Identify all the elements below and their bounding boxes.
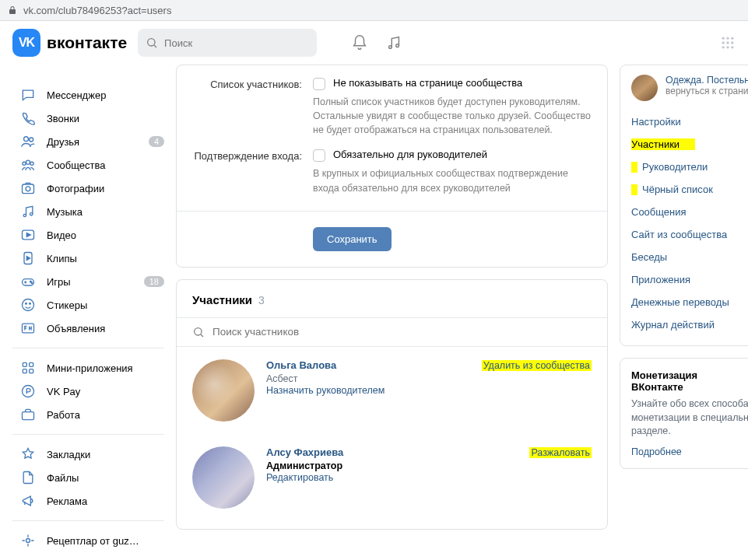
svg-rect-34 (30, 369, 33, 373)
right-menu-item[interactable]: Настройки (620, 110, 748, 133)
sidebar-item[interactable]: Друзья4 (12, 130, 164, 153)
avatar[interactable] (192, 359, 255, 422)
search-input[interactable] (164, 37, 309, 49)
sidebar-item[interactable]: Мессенджер (12, 83, 164, 107)
member-sub: Асбест (266, 373, 470, 384)
sidebar-item-label: Реклама (47, 495, 164, 507)
svg-point-4 (722, 37, 725, 40)
sidebar-item-label: Клипы (47, 253, 164, 264)
sidebar-item-label: Друзья (47, 136, 138, 148)
svg-point-20 (23, 214, 26, 216)
member-row: Ольга ВаловаАсбестНазначить руководителе… (177, 347, 607, 434)
video-icon (20, 227, 36, 243)
sidebar-item[interactable]: Объявления (12, 317, 164, 340)
svg-point-12 (731, 46, 733, 48)
header: VK вконтакте (0, 21, 748, 65)
divider (177, 211, 607, 212)
right-menu-item[interactable]: Сообщения (620, 201, 748, 223)
member-link[interactable]: Назначить руководителем (266, 385, 470, 396)
community-subtitle: вернуться к страни (665, 86, 748, 96)
setting-hint: Полный список участников будет доступен … (313, 95, 592, 137)
ads-icon (20, 320, 36, 336)
sidebar-item-label: Объявления (47, 323, 164, 334)
right-menu-item[interactable]: Приложения (620, 268, 748, 291)
communities-icon (20, 157, 36, 173)
save-button[interactable]: Сохранить (313, 227, 392, 251)
svg-point-35 (23, 386, 34, 397)
sidebar-item[interactable]: Стикеры (12, 293, 164, 317)
community-header[interactable]: Одежда. Постельно вернуться к страни (620, 75, 748, 110)
svg-point-3 (396, 44, 399, 47)
setting-label: Список участников: (192, 77, 313, 137)
search-icon (192, 326, 205, 338)
address-url[interactable]: vk.com/club78496253?act=users (23, 5, 171, 16)
logo-link[interactable]: VK вконтакте (12, 29, 127, 57)
right-menu-item[interactable]: Сайт из сообщества (620, 223, 748, 246)
sidebar-item-label: Фотографии (47, 183, 164, 194)
members-search[interactable] (177, 317, 607, 347)
svg-point-11 (726, 46, 729, 48)
svg-point-10 (722, 46, 725, 48)
checkbox-label[interactable]: Не показывать на странице сообщества (333, 77, 522, 89)
right-menu-item[interactable]: Чёрный список (620, 178, 748, 201)
svg-rect-31 (23, 362, 26, 366)
sidebar-item[interactable]: Закладки (12, 443, 164, 466)
right-menu-item[interactable]: Участники (620, 133, 748, 156)
music-icon[interactable] (385, 34, 402, 51)
setting-hint: В крупных и официальных сообществах подт… (313, 166, 592, 194)
avatar[interactable] (192, 446, 255, 509)
member-action[interactable]: Удалить из сообщества (482, 359, 592, 422)
mon-link[interactable]: Подробнее (631, 446, 748, 457)
member-action[interactable]: Разжаловать (529, 446, 592, 509)
svg-point-17 (30, 162, 33, 165)
pay-icon (20, 383, 36, 399)
member-link[interactable]: Редактировать (266, 472, 518, 483)
sidebar-item[interactable]: Музыка (12, 200, 164, 223)
sidebar-item-label: Мини-приложения (47, 362, 164, 374)
separator (12, 348, 164, 348)
svg-point-14 (30, 138, 33, 142)
bell-icon[interactable] (351, 34, 368, 51)
bookmark-icon (20, 446, 36, 462)
sidebar-item[interactable]: Клипы (12, 247, 164, 270)
community-title: Одежда. Постельно (665, 75, 748, 86)
sidebar-item[interactable]: VK Pay (12, 380, 164, 403)
sidebar-item[interactable]: Работа (12, 403, 164, 426)
sidebar-item-label: Видео (47, 229, 164, 241)
svg-rect-30 (23, 324, 34, 333)
right-panel: Одежда. Постельно вернуться к страни Нас… (620, 65, 748, 346)
sidebar-item[interactable]: Фотографии (12, 177, 164, 200)
right-menu-item[interactable]: Беседы (620, 246, 748, 268)
svg-rect-18 (23, 184, 34, 194)
files-icon (20, 470, 36, 485)
sidebar-item[interactable]: Файлы (12, 466, 164, 489)
sidebar-item[interactable]: Сообщества (12, 153, 164, 177)
grid-icon[interactable] (720, 35, 736, 51)
members-search-input[interactable] (212, 326, 592, 338)
card-title: Участники (192, 293, 252, 306)
sidebar-item[interactable]: Звонки (12, 107, 164, 130)
search-field[interactable] (138, 29, 317, 57)
sidebar-item[interactable]: Игры18 (12, 270, 164, 293)
svg-rect-32 (30, 362, 33, 366)
svg-point-5 (726, 37, 729, 40)
member-name[interactable]: Ольга Валова (266, 359, 470, 371)
sidebar-item[interactable]: Реклама (12, 489, 164, 513)
checkbox-label[interactable]: Обязательно для руководителей (333, 149, 487, 160)
badge: 18 (144, 276, 164, 287)
sidebar-item[interactable]: Видео (12, 223, 164, 247)
member-name[interactable]: Алсу Фахриева (266, 446, 518, 458)
sidebar-item[interactable]: Мини-приложения (12, 356, 164, 380)
games-icon (20, 274, 36, 289)
right-menu-item[interactable]: Денежные переводы (620, 291, 748, 313)
sidebar-item[interactable]: Рецептлар от guz… (12, 529, 164, 552)
right-menu-item[interactable]: Руководители (620, 156, 748, 178)
right-menu-item[interactable]: Журнал действий (620, 313, 748, 336)
setting-label: Подтверждение входа: (192, 149, 313, 194)
stickers-icon (20, 297, 36, 313)
svg-rect-36 (23, 412, 34, 420)
sidebar-item-label: Звонки (47, 113, 164, 124)
verify-checkbox[interactable] (313, 149, 325, 162)
message-icon (20, 87, 36, 103)
member-list-checkbox[interactable] (313, 78, 325, 90)
